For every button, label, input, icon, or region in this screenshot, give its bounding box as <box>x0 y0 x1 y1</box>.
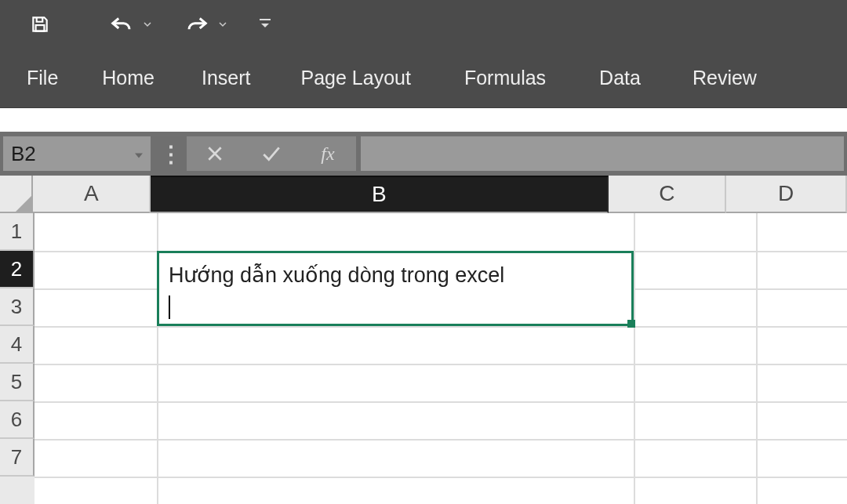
close-icon <box>206 145 224 162</box>
fx-icon: fx <box>321 143 334 165</box>
worksheet[interactable]: A B C D 1 2 3 4 5 6 7 Hướng dẫn xuống dò… <box>0 176 847 504</box>
ribbon-tabs: File Home Insert Page Layout Formulas Da… <box>0 49 847 108</box>
insert-function-button[interactable]: fx <box>300 136 356 171</box>
redo-dropdown[interactable] <box>216 20 229 28</box>
fill-handle[interactable] <box>627 320 635 328</box>
ribbon-spacer <box>0 108 847 132</box>
column-header-a[interactable]: A <box>33 176 151 213</box>
gridline <box>35 477 847 478</box>
tab-data[interactable]: Data <box>585 49 678 108</box>
text-cursor <box>169 296 170 319</box>
undo-dropdown[interactable] <box>141 20 154 28</box>
row-header-2[interactable]: 2 <box>0 251 35 288</box>
check-icon <box>261 145 282 162</box>
undo-icon <box>110 14 133 34</box>
row-headers: 1 2 3 4 5 6 7 <box>0 213 35 504</box>
gridline <box>756 213 758 504</box>
select-all-icon <box>14 194 31 212</box>
redo-icon <box>185 14 209 34</box>
cell-value: Hướng dẫn xuống dòng trong excel <box>169 263 504 287</box>
column-header-c[interactable]: C <box>609 176 726 213</box>
tab-home[interactable]: Home <box>88 49 187 108</box>
select-all-button[interactable] <box>0 176 33 213</box>
row-header-1[interactable]: 1 <box>0 213 35 251</box>
customize-icon <box>259 17 271 31</box>
chevron-down-icon <box>133 151 144 161</box>
formula-bar-separator: ⋮ <box>151 141 187 167</box>
active-cell[interactable]: Hướng dẫn xuống dòng trong excel <box>157 251 634 326</box>
name-box[interactable]: B2 <box>3 136 151 171</box>
svg-rect-1 <box>260 19 271 20</box>
column-header-d[interactable]: D <box>726 176 847 213</box>
formula-bar: B2 ⋮ fx <box>0 132 847 176</box>
chevron-down-icon <box>144 20 151 28</box>
row-header-7[interactable]: 7 <box>0 439 35 477</box>
gridline <box>35 401 847 403</box>
name-box-dropdown[interactable] <box>133 142 144 166</box>
gridline <box>634 213 635 504</box>
row-header-4[interactable]: 4 <box>0 326 35 364</box>
save-icon <box>30 14 50 34</box>
tab-insert[interactable]: Insert <box>187 49 287 108</box>
formula-input[interactable] <box>361 136 844 171</box>
gridline <box>35 326 847 328</box>
row-header-6[interactable]: 6 <box>0 401 35 439</box>
cancel-button[interactable] <box>187 136 243 171</box>
cells-grid[interactable]: Hướng dẫn xuống dòng trong excel <box>35 213 847 504</box>
tab-file[interactable]: File <box>27 49 88 108</box>
title-bar <box>0 0 847 49</box>
tab-formulas[interactable]: Formulas <box>450 49 585 108</box>
tab-page-layout[interactable]: Page Layout <box>287 49 450 108</box>
gridline <box>35 439 847 441</box>
name-box-value: B2 <box>11 142 36 166</box>
svg-rect-0 <box>36 25 45 31</box>
enter-button[interactable] <box>243 136 300 171</box>
save-button[interactable] <box>24 8 56 41</box>
redo-button[interactable] <box>180 8 213 41</box>
row-header-3[interactable]: 3 <box>0 288 35 326</box>
column-header-b[interactable]: B <box>151 176 609 213</box>
column-headers: A B C D <box>0 176 847 213</box>
formula-bar-buttons: fx <box>187 136 356 171</box>
chevron-down-icon <box>219 20 227 28</box>
undo-button[interactable] <box>105 8 138 41</box>
gridline <box>35 364 847 365</box>
qat-customize-button[interactable] <box>256 8 274 41</box>
tab-review[interactable]: Review <box>678 49 771 108</box>
row-header-5[interactable]: 5 <box>0 364 35 401</box>
